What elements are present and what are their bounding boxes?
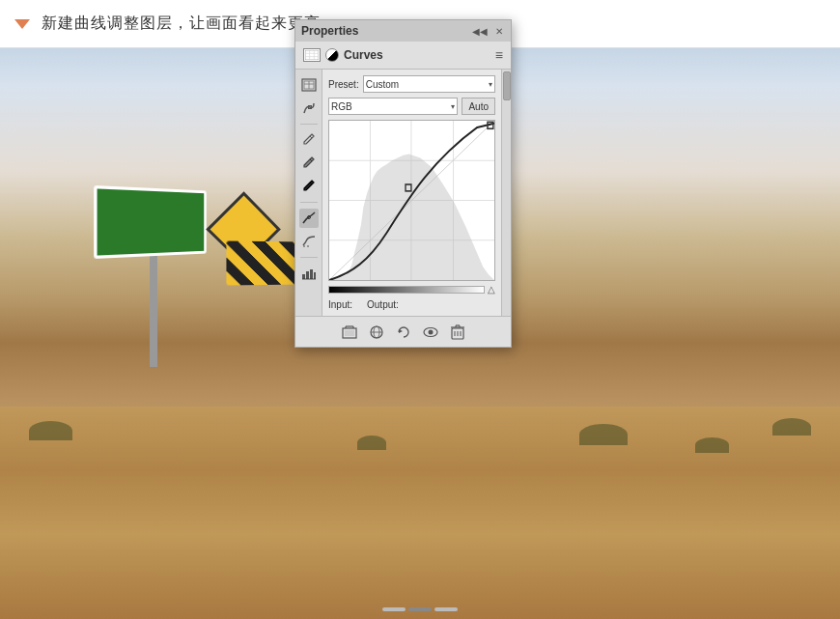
auto-button[interactable]: Auto bbox=[462, 98, 495, 115]
bush-3 bbox=[579, 424, 628, 445]
panel-bottombar bbox=[295, 316, 511, 347]
svg-rect-15 bbox=[306, 271, 309, 279]
road-sign bbox=[94, 185, 207, 259]
panel-toolbar bbox=[295, 70, 322, 316]
preset-label: Preset: bbox=[328, 79, 359, 90]
half-circle-icon bbox=[325, 48, 339, 62]
curve-pencil-icon[interactable] bbox=[299, 209, 319, 228]
sign-pole bbox=[150, 251, 157, 367]
svg-rect-16 bbox=[310, 269, 313, 279]
channel-select[interactable]: RGB bbox=[328, 98, 458, 115]
panel-title-controls: ◀◀ ✕ bbox=[470, 26, 505, 37]
point-edit-icon[interactable] bbox=[299, 98, 319, 118]
output-triangle-icon[interactable]: △ bbox=[488, 284, 495, 295]
svg-rect-14 bbox=[302, 274, 305, 279]
header-arrow-icon bbox=[14, 19, 30, 29]
svg-rect-0 bbox=[305, 50, 319, 60]
adjustment-icon[interactable] bbox=[299, 75, 319, 95]
view-previous-button[interactable] bbox=[368, 324, 385, 341]
svg-point-38 bbox=[428, 329, 433, 334]
properties-panel: Properties ◀◀ ✕ Curves ≡ bbox=[294, 19, 512, 348]
preset-select[interactable]: Custom bbox=[363, 75, 495, 93]
svg-rect-17 bbox=[314, 272, 316, 279]
panel-title: Properties bbox=[301, 24, 358, 38]
eyedropper-black-icon[interactable] bbox=[299, 177, 319, 196]
bush-5 bbox=[772, 418, 811, 436]
scrollbar-thumb[interactable] bbox=[503, 71, 511, 100]
section-header-left: Curves bbox=[303, 48, 383, 62]
output-label: Output: bbox=[367, 299, 399, 310]
toolbar-separator-1 bbox=[300, 124, 318, 125]
histogram-icon[interactable] bbox=[299, 264, 319, 283]
bush-4 bbox=[695, 437, 729, 453]
input-label: Input: bbox=[328, 299, 352, 310]
panel-titlebar: Properties ◀◀ ✕ bbox=[295, 20, 511, 42]
curves-grid-icon bbox=[303, 48, 321, 62]
input-output-row: Input: Output: bbox=[328, 299, 495, 310]
curves-graph[interactable] bbox=[328, 120, 495, 281]
panel-close-btn[interactable]: ✕ bbox=[493, 26, 505, 37]
scroll-indicator-dot-3 bbox=[434, 607, 458, 611]
panel-scrollbar[interactable] bbox=[501, 70, 511, 316]
delete-button[interactable] bbox=[449, 324, 466, 341]
eyedropper-gray-icon[interactable] bbox=[299, 154, 319, 173]
panel-right-content: Preset: Custom ▾ RGB ▾ Auto bbox=[322, 70, 501, 316]
bush-2 bbox=[357, 436, 386, 450]
panel-menu-icon[interactable]: ≡ bbox=[495, 47, 503, 63]
input-gradient-bar[interactable] bbox=[328, 286, 485, 294]
scroll-indicator-dot-1 bbox=[382, 607, 406, 611]
preset-row: Preset: Custom ▾ bbox=[328, 75, 495, 93]
header-text: 新建曲线调整图层，让画面看起来更亮。 bbox=[42, 14, 337, 34]
reset-button[interactable] bbox=[395, 324, 412, 341]
panel-section-header: Curves ≡ bbox=[295, 42, 511, 70]
toolbar-separator-3 bbox=[300, 257, 318, 258]
panel-content: Preset: Custom ▾ RGB ▾ Auto bbox=[295, 70, 511, 316]
rgb-row: RGB ▾ Auto bbox=[328, 98, 495, 115]
barrier bbox=[226, 241, 303, 286]
svg-line-10 bbox=[310, 136, 312, 138]
scroll-indicator-dot-2 bbox=[408, 607, 432, 611]
toggle-visibility-button[interactable] bbox=[422, 324, 439, 341]
gradient-sliders: △ bbox=[328, 284, 495, 295]
eyedropper-white-icon[interactable] bbox=[299, 130, 319, 150]
scroll-indicator bbox=[382, 607, 458, 611]
svg-rect-32 bbox=[345, 330, 354, 336]
svg-marker-36 bbox=[399, 329, 403, 333]
toolbar-separator-2 bbox=[300, 202, 318, 203]
panel-collapse-btn[interactable]: ◀◀ bbox=[470, 26, 490, 37]
smooth-curve-icon[interactable] bbox=[299, 232, 319, 251]
section-label: Curves bbox=[344, 48, 383, 62]
clip-to-layer-button[interactable] bbox=[341, 324, 358, 341]
bush-1 bbox=[29, 421, 72, 440]
